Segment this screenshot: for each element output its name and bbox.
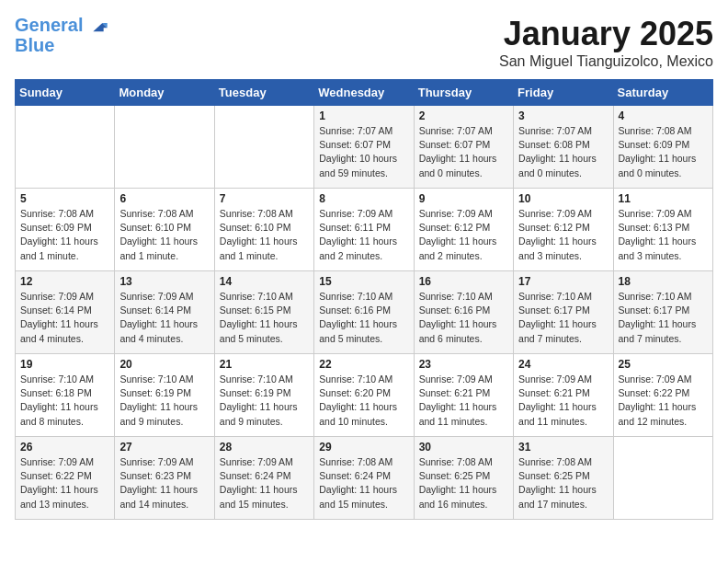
- calendar-cell: 21Sunrise: 7:10 AM Sunset: 6:19 PM Dayli…: [214, 354, 313, 437]
- day-number: 11: [619, 192, 708, 205]
- day-info: Sunrise: 7:08 AM Sunset: 6:10 PM Dayligh…: [220, 207, 309, 263]
- day-number: 28: [220, 441, 309, 454]
- day-number: 12: [20, 275, 109, 288]
- day-number: 1: [319, 109, 408, 122]
- day-info: Sunrise: 7:09 AM Sunset: 6:12 PM Dayligh…: [518, 207, 608, 263]
- day-info: Sunrise: 7:10 AM Sunset: 6:17 PM Dayligh…: [619, 290, 708, 346]
- calendar-cell: 17Sunrise: 7:10 AM Sunset: 6:17 PM Dayli…: [514, 271, 613, 354]
- calendar-cell: [115, 106, 214, 189]
- day-info: Sunrise: 7:08 AM Sunset: 6:25 PM Dayligh…: [518, 455, 608, 511]
- day-number: 26: [20, 441, 109, 454]
- day-info: Sunrise: 7:09 AM Sunset: 6:22 PM Dayligh…: [20, 455, 109, 511]
- day-number: 9: [419, 192, 508, 205]
- day-info: Sunrise: 7:10 AM Sunset: 6:16 PM Dayligh…: [319, 290, 408, 346]
- calendar-cell: [16, 106, 115, 189]
- day-info: Sunrise: 7:10 AM Sunset: 6:18 PM Dayligh…: [20, 373, 109, 429]
- calendar-week-3: 12Sunrise: 7:09 AM Sunset: 6:14 PM Dayli…: [16, 271, 713, 354]
- day-info: Sunrise: 7:10 AM Sunset: 6:19 PM Dayligh…: [220, 373, 309, 429]
- day-number: 30: [419, 441, 508, 454]
- logo-text-blue: Blue: [15, 35, 54, 55]
- day-info: Sunrise: 7:09 AM Sunset: 6:24 PM Dayligh…: [220, 455, 309, 511]
- calendar-cell: 24Sunrise: 7:09 AM Sunset: 6:21 PM Dayli…: [514, 354, 613, 437]
- calendar-cell: 28Sunrise: 7:09 AM Sunset: 6:24 PM Dayli…: [214, 437, 313, 520]
- calendar-cell: 27Sunrise: 7:09 AM Sunset: 6:23 PM Dayli…: [115, 437, 214, 520]
- calendar-cell: 8Sunrise: 7:09 AM Sunset: 6:11 PM Daylig…: [314, 189, 414, 271]
- day-info: Sunrise: 7:08 AM Sunset: 6:24 PM Dayligh…: [319, 455, 408, 511]
- day-info: Sunrise: 7:09 AM Sunset: 6:21 PM Dayligh…: [419, 373, 508, 429]
- day-info: Sunrise: 7:08 AM Sunset: 6:10 PM Dayligh…: [119, 207, 209, 263]
- day-header-thursday: Thursday: [414, 80, 513, 106]
- day-number: 3: [518, 109, 608, 122]
- day-info: Sunrise: 7:09 AM Sunset: 6:22 PM Dayligh…: [619, 373, 708, 429]
- day-info: Sunrise: 7:07 AM Sunset: 6:07 PM Dayligh…: [419, 124, 508, 180]
- calendar-cell: 7Sunrise: 7:08 AM Sunset: 6:10 PM Daylig…: [214, 189, 313, 271]
- calendar-cell: 25Sunrise: 7:09 AM Sunset: 6:22 PM Dayli…: [613, 354, 712, 437]
- day-info: Sunrise: 7:10 AM Sunset: 6:16 PM Dayligh…: [419, 290, 508, 346]
- day-number: 4: [619, 109, 708, 122]
- day-info: Sunrise: 7:09 AM Sunset: 6:13 PM Dayligh…: [619, 207, 708, 263]
- day-info: Sunrise: 7:09 AM Sunset: 6:14 PM Dayligh…: [119, 290, 209, 346]
- calendar-cell: 10Sunrise: 7:09 AM Sunset: 6:12 PM Dayli…: [514, 189, 613, 271]
- day-info: Sunrise: 7:09 AM Sunset: 6:23 PM Dayligh…: [119, 455, 209, 511]
- calendar-cell: 26Sunrise: 7:09 AM Sunset: 6:22 PM Dayli…: [16, 437, 115, 520]
- day-header-monday: Monday: [115, 80, 214, 106]
- calendar-cell: 2Sunrise: 7:07 AM Sunset: 6:07 PM Daylig…: [414, 106, 513, 189]
- day-header-saturday: Saturday: [613, 80, 712, 106]
- day-header-sunday: Sunday: [16, 80, 115, 106]
- location-title: San Miguel Tianguizolco, Mexico: [499, 53, 713, 70]
- day-number: 10: [518, 192, 608, 205]
- logo-icon: [90, 20, 108, 33]
- calendar-cell: 18Sunrise: 7:10 AM Sunset: 6:17 PM Dayli…: [613, 271, 712, 354]
- calendar-week-1: 1Sunrise: 7:07 AM Sunset: 6:07 PM Daylig…: [16, 106, 713, 189]
- day-number: 17: [518, 275, 608, 288]
- day-number: 24: [518, 358, 608, 371]
- calendar-week-5: 26Sunrise: 7:09 AM Sunset: 6:22 PM Dayli…: [16, 437, 713, 520]
- day-info: Sunrise: 7:07 AM Sunset: 6:07 PM Dayligh…: [319, 124, 408, 180]
- day-number: 15: [319, 275, 408, 288]
- day-number: 31: [518, 441, 608, 454]
- day-header-wednesday: Wednesday: [314, 80, 414, 106]
- day-number: 16: [419, 275, 508, 288]
- day-info: Sunrise: 7:09 AM Sunset: 6:11 PM Dayligh…: [319, 207, 408, 263]
- month-title: January 2025: [499, 15, 713, 53]
- calendar-cell: 16Sunrise: 7:10 AM Sunset: 6:16 PM Dayli…: [414, 271, 513, 354]
- calendar-cell: 1Sunrise: 7:07 AM Sunset: 6:07 PM Daylig…: [314, 106, 414, 189]
- day-number: 25: [619, 358, 708, 371]
- calendar-cell: 6Sunrise: 7:08 AM Sunset: 6:10 PM Daylig…: [115, 189, 214, 271]
- calendar-table: SundayMondayTuesdayWednesdayThursdayFrid…: [15, 79, 713, 520]
- day-number: 8: [319, 192, 408, 205]
- calendar-cell: 9Sunrise: 7:09 AM Sunset: 6:12 PM Daylig…: [414, 189, 513, 271]
- day-number: 14: [220, 275, 309, 288]
- day-number: 23: [419, 358, 508, 371]
- calendar-cell: 30Sunrise: 7:08 AM Sunset: 6:25 PM Dayli…: [414, 437, 513, 520]
- day-number: 5: [20, 192, 109, 205]
- calendar-cell: 31Sunrise: 7:08 AM Sunset: 6:25 PM Dayli…: [514, 437, 613, 520]
- day-info: Sunrise: 7:07 AM Sunset: 6:08 PM Dayligh…: [518, 124, 608, 180]
- day-info: Sunrise: 7:08 AM Sunset: 6:25 PM Dayligh…: [419, 455, 508, 511]
- day-info: Sunrise: 7:10 AM Sunset: 6:19 PM Dayligh…: [119, 373, 209, 429]
- calendar-cell: 19Sunrise: 7:10 AM Sunset: 6:18 PM Dayli…: [16, 354, 115, 437]
- day-info: Sunrise: 7:10 AM Sunset: 6:17 PM Dayligh…: [518, 290, 608, 346]
- calendar-cell: [214, 106, 313, 189]
- day-info: Sunrise: 7:08 AM Sunset: 6:09 PM Dayligh…: [619, 124, 708, 180]
- calendar-cell: 13Sunrise: 7:09 AM Sunset: 6:14 PM Dayli…: [115, 271, 214, 354]
- calendar-cell: 4Sunrise: 7:08 AM Sunset: 6:09 PM Daylig…: [613, 106, 712, 189]
- calendar-cell: 11Sunrise: 7:09 AM Sunset: 6:13 PM Dayli…: [613, 189, 712, 271]
- day-number: 20: [119, 358, 209, 371]
- calendar-week-4: 19Sunrise: 7:10 AM Sunset: 6:18 PM Dayli…: [16, 354, 713, 437]
- day-info: Sunrise: 7:10 AM Sunset: 6:15 PM Dayligh…: [220, 290, 309, 346]
- day-info: Sunrise: 7:09 AM Sunset: 6:21 PM Dayligh…: [518, 373, 608, 429]
- day-info: Sunrise: 7:10 AM Sunset: 6:20 PM Dayligh…: [319, 373, 408, 429]
- logo: General Blue: [15, 15, 108, 55]
- calendar-week-2: 5Sunrise: 7:08 AM Sunset: 6:09 PM Daylig…: [16, 189, 713, 271]
- day-number: 6: [119, 192, 209, 205]
- day-info: Sunrise: 7:09 AM Sunset: 6:12 PM Dayligh…: [419, 207, 508, 263]
- calendar-cell: 22Sunrise: 7:10 AM Sunset: 6:20 PM Dayli…: [314, 354, 414, 437]
- day-header-tuesday: Tuesday: [214, 80, 313, 106]
- calendar-cell: 3Sunrise: 7:07 AM Sunset: 6:08 PM Daylig…: [514, 106, 613, 189]
- day-number: 2: [419, 109, 508, 122]
- calendar-cell: [613, 437, 712, 520]
- day-number: 7: [220, 192, 309, 205]
- calendar-cell: 12Sunrise: 7:09 AM Sunset: 6:14 PM Dayli…: [16, 271, 115, 354]
- day-header-friday: Friday: [514, 80, 613, 106]
